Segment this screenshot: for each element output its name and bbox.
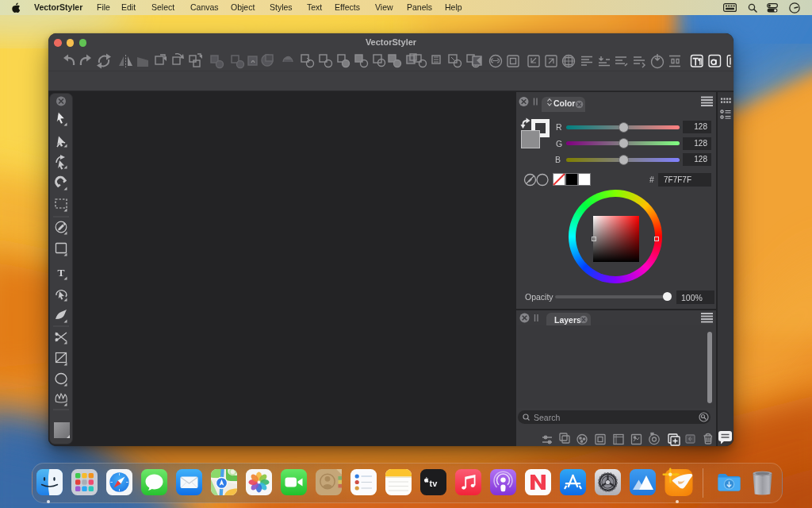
svg-text:tv: tv	[429, 479, 438, 488]
svg-text:T: T	[57, 267, 64, 279]
